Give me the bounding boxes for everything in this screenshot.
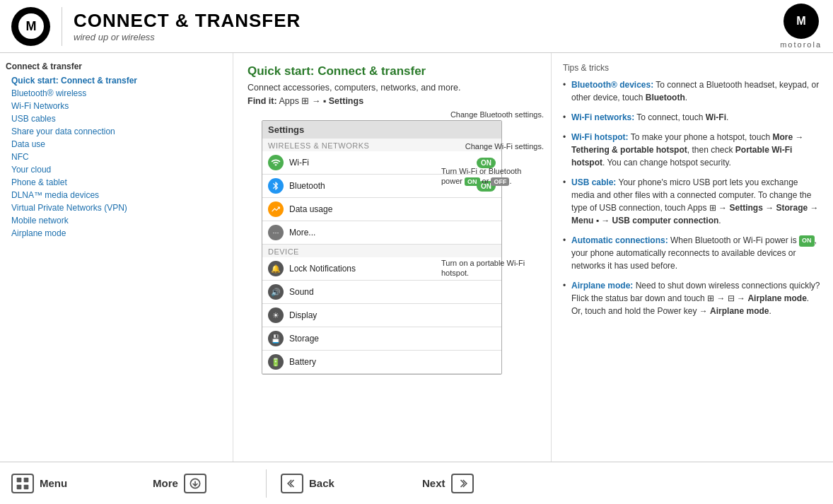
- sidebar-item-airplane[interactable]: Airplane mode: [6, 227, 233, 240]
- svg-rect-4: [24, 477, 29, 482]
- more-icon: [184, 474, 206, 493]
- find-it-label: Find it:: [247, 96, 277, 106]
- sidebar-item-data-use[interactable]: Data use: [6, 138, 233, 151]
- tip-airplane-mode: Airplane mode: Need to shut down wireles…: [563, 279, 822, 317]
- display-row-label: Display: [289, 310, 496, 320]
- settings-device-label: DEVICE: [262, 245, 501, 257]
- settings-row-battery[interactable]: 🔋 Battery: [262, 351, 501, 374]
- tip-wifi-networks: Wi-Fi networks: To connect, touch Wi-Fi.: [563, 111, 822, 124]
- menu-label: Menu: [40, 477, 67, 489]
- more-icon: ···: [268, 225, 284, 240]
- wifi-icon: [268, 155, 284, 170]
- sound-row-label: Sound: [289, 287, 496, 297]
- next-icon: [451, 474, 474, 493]
- center-title: Quick start: Connect & transfer: [247, 64, 537, 78]
- callout-toggle: Turn Wi-Fi or Bluetooth power ON or OFF.: [441, 166, 544, 187]
- svg-text:M: M: [796, 14, 805, 27]
- tip-usb-cable: USB cable: Your phone's micro USB port l…: [563, 176, 822, 227]
- find-it-text: Apps ⊞ → ▪ Settings: [279, 96, 363, 106]
- sidebar: Connect & transfer Quick start: Connect …: [0, 53, 233, 462]
- tip-usb-label: USB cable:: [571, 177, 616, 187]
- display-icon: ☀: [268, 307, 284, 323]
- menu-icon: [11, 474, 34, 493]
- svg-rect-3: [17, 477, 22, 482]
- sidebar-item-vpn[interactable]: Virtual Private Networks (VPN): [6, 201, 233, 214]
- tip-hotspot-label: Wi-Fi hotspot:: [571, 132, 629, 142]
- motorola-logo-right: M motorola: [780, 4, 822, 49]
- settings-row-storage[interactable]: 💾 Storage: [262, 327, 501, 351]
- sidebar-item-wifi[interactable]: Wi-Fi Networks: [6, 100, 233, 112]
- svg-text:M: M: [25, 19, 36, 33]
- header-divider: [62, 7, 62, 46]
- tip-airplane-text2: Or, touch and hold the Power key → Airpl…: [571, 306, 771, 316]
- settings-row-display[interactable]: ☀ Display: [262, 304, 501, 327]
- page-title: CONNECT & TRANSFER: [74, 10, 780, 32]
- tip-wifi-hotspot: Wi-Fi hotspot: To make your phone a hots…: [563, 131, 822, 169]
- footer: Menu More Back Next: [0, 462, 833, 504]
- storage-icon: 💾: [268, 331, 284, 346]
- settings-row-more[interactable]: ··· More...: [262, 221, 501, 245]
- sidebar-item-phone-tablet[interactable]: Phone & tablet: [6, 176, 233, 189]
- next-button[interactable]: Next: [422, 474, 521, 493]
- more-button[interactable]: More: [153, 474, 252, 493]
- tip-wifi-label: Wi-Fi networks:: [571, 112, 634, 122]
- main-layout: Connect & transfer Quick start: Connect …: [0, 53, 833, 462]
- datausage-row-label: Data usage: [289, 204, 496, 214]
- sidebar-section-title: Connect & transfer: [6, 61, 233, 71]
- svg-rect-5: [17, 484, 22, 489]
- sidebar-item-cloud[interactable]: Your cloud: [6, 163, 233, 176]
- on-badge: ON: [799, 235, 815, 247]
- callout-hotspot: Turn on a portable Wi-Fi hotspot.: [441, 258, 544, 279]
- sidebar-item-share-data[interactable]: Share your data connection: [6, 125, 233, 138]
- back-button[interactable]: Back: [281, 474, 380, 493]
- settings-panel-header: Settings: [262, 121, 501, 139]
- more-label: More: [153, 477, 178, 489]
- bluetooth-icon: [268, 178, 284, 194]
- tip-bluetooth-label: Bluetooth® devices:: [571, 80, 653, 90]
- page-header: M CONNECT & TRANSFER wired up or wireles…: [0, 0, 833, 53]
- tip-wifi-text: To connect, touch Wi-Fi.: [636, 112, 728, 122]
- page-subtitle: wired up or wireless: [74, 32, 780, 42]
- tip-airplane-label: Airplane mode:: [571, 281, 633, 291]
- storage-row-label: Storage: [289, 334, 496, 344]
- tips-title: Tips & tricks: [563, 63, 822, 73]
- callout-bluetooth: Change Bluetooth settings.: [450, 110, 544, 119]
- back-icon: [281, 474, 303, 493]
- motorola-brand-text: motorola: [780, 40, 822, 49]
- center-description: Connect accessories, computers, networks…: [247, 83, 537, 93]
- tip-bluetooth-devices: Bluetooth® devices: To connect a Bluetoo…: [563, 78, 822, 104]
- sidebar-item-quick-start[interactable]: Quick start: Connect & transfer: [6, 74, 233, 87]
- sidebar-item-nfc[interactable]: NFC: [6, 151, 233, 163]
- next-label: Next: [422, 477, 445, 489]
- motorola-logo-left: M: [11, 7, 50, 46]
- center-panel: Quick start: Connect & transfer Connect …: [233, 53, 552, 462]
- datausage-icon: [268, 201, 284, 217]
- notifications-icon: 🔔: [268, 261, 284, 276]
- callout-wifi: Change Wi-Fi settings.: [465, 141, 544, 151]
- settings-mock-panel: Settings WIRELESS & NETWORKS Wi-Fi ON Bl…: [262, 120, 502, 375]
- header-title-block: CONNECT & TRANSFER wired up or wireless: [74, 10, 780, 42]
- find-it-line: Find it: Apps ⊞ → ▪ Settings: [247, 95, 537, 106]
- menu-button[interactable]: Menu: [11, 474, 110, 493]
- sidebar-item-mobile-network[interactable]: Mobile network: [6, 214, 233, 227]
- sidebar-item-bluetooth[interactable]: Bluetooth® wireless: [6, 87, 233, 100]
- sidebar-item-usb[interactable]: USB cables: [6, 112, 233, 125]
- tip-auto-connect: Automatic connections: When Bluetooth or…: [563, 234, 822, 272]
- sound-icon: 🔊: [268, 284, 284, 300]
- tip-auto-label: Automatic connections:: [571, 235, 668, 245]
- settings-row-sound[interactable]: 🔊 Sound: [262, 281, 501, 304]
- right-panel: Tips & tricks Bluetooth® devices: To con…: [552, 53, 833, 462]
- more-row-label: More...: [289, 228, 496, 238]
- battery-row-label: Battery: [289, 357, 496, 367]
- footer-divider: [266, 469, 267, 498]
- sidebar-item-dlna[interactable]: DLNA™ media devices: [6, 189, 233, 201]
- back-label: Back: [309, 477, 334, 489]
- svg-rect-6: [24, 484, 29, 489]
- settings-row-datausage[interactable]: Data usage: [262, 198, 501, 221]
- battery-icon: 🔋: [268, 354, 284, 370]
